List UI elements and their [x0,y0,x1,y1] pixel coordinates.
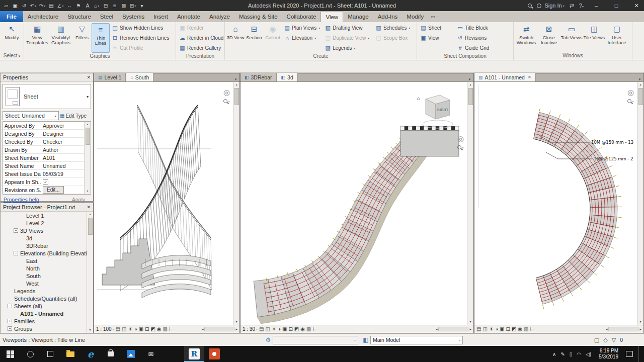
help-icon[interactable]: ?▾ [579,3,584,9]
tree-item[interactable]: A101 - Unnamed [1,310,87,317]
crop-view-icon[interactable]: ▣ [500,326,504,332]
tree-item[interactable]: West [1,280,87,287]
property-row[interactable]: Revisions on S... Edit... [3,186,84,194]
steering-wheel-icon[interactable]: ◎ [627,88,634,97]
expand-icon[interactable]: + [8,319,12,323]
select-panel-label[interactable]: Select [0,52,24,60]
horizontal-scrollbar[interactable]: ◂▸ [202,327,237,331]
3d-view-button[interactable]: ⌂3D View [226,23,245,53]
minimize-button[interactable]: – [589,0,604,11]
save-icon[interactable]: ▣ [11,2,19,10]
battery-icon[interactable]: ▯ [570,351,573,357]
view-tab[interactable]: ◧3d [277,73,298,81]
callout-button[interactable]: ◉Callout [264,23,282,53]
section-icon[interactable]: ⊟ [102,2,110,10]
tag-by-category-icon[interactable]: ⚑ [74,2,83,10]
type-selector[interactable]: Sheet ▾ [3,84,91,109]
thin-lines-icon[interactable]: ≡ [111,2,119,10]
shadows-icon[interactable]: ◑ [495,326,498,332]
render-button[interactable]: ▣Render [178,23,225,33]
customize-quick-access-icon[interactable]: ▾ [138,2,146,10]
clock[interactable]: 6:19 PM 5/3/2019 [596,348,621,360]
tree-item[interactable]: + Groups [1,325,87,332]
ribbon-tab[interactable]: Collaborate [282,11,321,22]
press-drag-toggle[interactable]: ◇ [603,337,607,343]
vertical-scrollbar[interactable]: ▴▾ [233,82,239,325]
title-block-button[interactable]: ▭Title Block [455,23,504,33]
expand-icon[interactable]: − [8,304,12,308]
switch-windows-icon[interactable]: ⊞ [129,2,137,10]
visual-style-icon[interactable]: ◫ [122,326,126,332]
crop-view-icon[interactable]: ▣ [282,326,287,332]
scroll-down-icon[interactable]: ▾ [89,327,91,333]
cut-profile-button[interactable]: ✂Cut Profile [110,43,171,53]
show-crop-region-icon[interactable]: ⊡ [288,326,292,332]
print-icon[interactable]: ▤ [47,2,55,10]
drawing-area[interactable]: RIGHT⌂ ◎ ▾ [240,82,467,325]
tree-item[interactable]: Legends [1,287,87,295]
store-icon[interactable] [101,346,121,362]
network-icon[interactable]: ◠ [577,351,581,357]
duplicate-view-button[interactable]: ◫Duplicate View [323,33,373,43]
pen-icon[interactable]: ✎ [560,351,565,357]
properties-scrollbar[interactable]: ▴ ▾ [84,122,91,194]
close-button[interactable]: ✕ [629,0,644,11]
tree-item[interactable]: − Elevations (Building Elevation) [1,249,87,257]
scroll-down-icon[interactable]: ▾ [87,189,88,194]
render-in-cloud-button[interactable]: ☁Render in Cloud [178,33,225,43]
ribbon-tab[interactable]: Annotate [173,11,205,22]
measure-icon[interactable]: ∠ [56,2,64,10]
legends-button[interactable]: ▨Legends [323,43,373,53]
tree-item[interactable]: East [1,257,87,264]
property-row[interactable]: Checked By Checker [3,138,84,146]
ribbon-tab[interactable]: File [0,11,23,22]
ribbon-tab[interactable]: Structure [63,11,96,22]
ribbon-tab[interactable]: Architecture [23,11,63,22]
scrollbar-thumb[interactable] [88,218,93,235]
worksets-icon[interactable]: ⚙ [264,336,273,343]
tree-item[interactable]: North [1,264,87,272]
reveal-hidden-elements-icon[interactable]: ◉ [518,326,522,332]
file-explorer-icon[interactable] [60,346,80,362]
edge-icon[interactable]: e [80,346,101,362]
temporary-view-properties-icon[interactable]: ▥ [306,326,311,332]
property-row[interactable]: Sheet Number A101 [3,154,84,162]
view-scale[interactable]: 1 : 30▾ [243,326,258,332]
start-button[interactable] [0,346,20,362]
scroll-up-icon[interactable]: ▴ [87,122,88,127]
filters-button[interactable]: ▽ Filters [73,23,91,53]
reveal-hidden-elements-icon[interactable]: ◉ [300,326,305,332]
sun-path-icon[interactable]: ☀ [128,326,133,332]
tree-item[interactable]: Level 1 [1,212,87,219]
apply-button[interactable]: Apply [67,196,90,203]
property-row[interactable]: Appears In Sh... ✓ [3,178,84,186]
horizontal-scrollbar[interactable]: ◂▸ [436,327,471,331]
type-selector-dropdown-icon[interactable]: ▾ [87,95,91,99]
ribbon-tab[interactable]: Manage [343,11,373,22]
expand-icon[interactable]: − [14,251,18,255]
vertical-scrollbar[interactable]: ▴▾ [467,82,473,325]
editable-only-toggle[interactable]: ▢ [594,337,599,343]
properties-help-link[interactable]: Properties help [4,197,39,203]
shadows-icon[interactable]: ◑ [134,326,137,332]
drawing-area[interactable]: ◎ ▾ [94,82,233,325]
volume-icon[interactable]: ◁) [586,351,591,357]
view-tab[interactable]: ▤Level 1 [94,73,126,81]
sync-icon[interactable]: ↺ [20,2,28,10]
text-icon[interactable]: A [84,2,92,10]
elevation-button[interactable]: ⌂Elevation [282,33,323,43]
scrollbar-thumb[interactable] [86,128,90,145]
view-tab[interactable]: ◧3DRebar [240,73,277,81]
orange-app-icon[interactable] [204,346,224,362]
design-options-dropdown[interactable]: Main Model▾ [370,336,463,344]
ribbon-tab[interactable]: Steel [96,11,118,22]
thin-lines-button[interactable]: ≡ Thin Lines [92,23,110,53]
steering-wheel-icon[interactable]: ◎ [457,134,464,143]
tab-list-dropdown-icon[interactable]: ▾ [466,77,473,81]
tab-list-dropdown-icon[interactable]: ▾ [232,77,239,81]
close-view-icon[interactable]: ✕ [528,75,531,79]
tree-item[interactable]: 3DRebar [1,242,87,249]
search-icon[interactable] [528,4,532,8]
visibility-graphics-button[interactable]: ▥ Visibility/ Graphics [49,23,72,53]
zoom-icon[interactable]: ▾ [223,99,229,103]
